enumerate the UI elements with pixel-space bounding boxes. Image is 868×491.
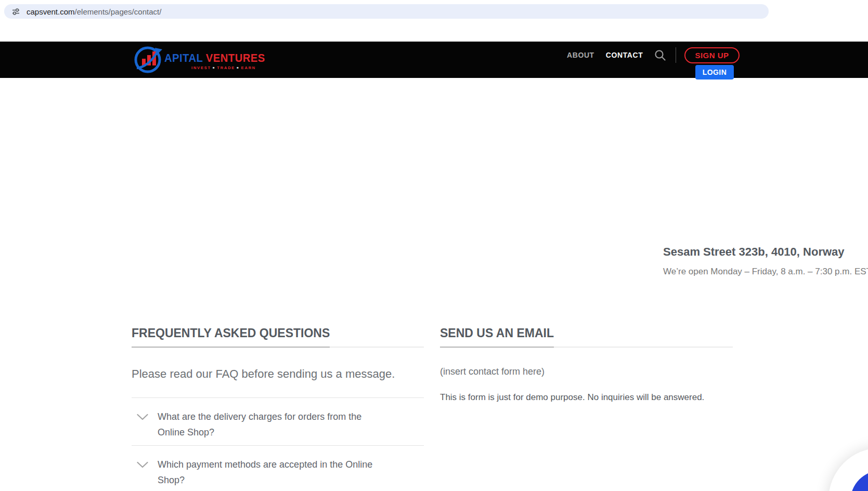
logo-chart-icon (133, 45, 163, 77)
email-title: SEND US AN EMAIL (440, 326, 554, 348)
tagline-word: EARN (241, 65, 256, 70)
faq-item[interactable]: Which payment methods are accepted in th… (132, 445, 424, 491)
nav-link-contact[interactable]: CONTACT (606, 51, 643, 59)
tagline-word: INVEST (191, 65, 211, 70)
logo-name-part1: APITAL (164, 51, 203, 64)
email-section-head: SEND US AN EMAIL (440, 326, 733, 348)
contact-form-placeholder: (insert contact form here) (440, 364, 733, 379)
search-icon[interactable] (654, 49, 666, 61)
email-section: SEND US AN EMAIL (insert contact form he… (440, 326, 733, 405)
faq-item[interactable]: What are the delivery charges for orders… (132, 397, 424, 445)
logo-wordmark: APITALVENTURES (164, 51, 265, 65)
chevron-down-icon (137, 413, 148, 422)
tagline-word: TRADE (217, 65, 235, 70)
login-button[interactable]: LOGIN (695, 65, 734, 79)
main-nav: ABOUT CONTACT SIGN UP (567, 45, 740, 65)
demo-note: This is form is just for demo purpose. N… (440, 390, 733, 405)
page: capsvent.com/elements/pages/contact/ API… (0, 0, 868, 491)
logo-name-part2: VENTURES (206, 51, 265, 64)
signup-button[interactable]: SIGN UP (684, 47, 739, 63)
tagline-separator-icon: ■ (237, 66, 239, 69)
url-domain: capsvent.com (27, 7, 75, 16)
faq-question: What are the delivery charges for orders… (158, 409, 376, 440)
tagline-separator-icon: ■ (213, 66, 215, 69)
contact-address: Sesam Street 323b, 4010, Norway (663, 244, 868, 260)
logo-text: APITALVENTURES INVEST■TRADE■EARN (164, 51, 274, 70)
contact-info: Sesam Street 323b, 4010, Norway We’re op… (663, 244, 868, 277)
faq-question: Which payment methods are accepted in th… (158, 457, 376, 488)
faq-section-head: FREQUENTLY ASKED QUESTIONS (132, 326, 424, 348)
site-settings-icon[interactable] (11, 7, 20, 16)
browser-url-bar[interactable]: capsvent.com/elements/pages/contact/ (4, 4, 769, 19)
nav-divider (676, 47, 676, 63)
url-path: /elements/pages/contact/ (75, 7, 162, 16)
nav-link-about[interactable]: ABOUT (567, 51, 594, 59)
faq-intro: Please read our FAQ before sending us a … (132, 366, 424, 382)
logo-tagline: INVEST■TRADE■EARN (191, 65, 274, 70)
logo[interactable]: APITALVENTURES INVEST■TRADE■EARN (133, 45, 274, 77)
faq-section: FREQUENTLY ASKED QUESTIONS Please read o… (132, 326, 424, 491)
contact-hours: We’re open Monday – Friday, 8 a.m. – 7:3… (663, 267, 868, 277)
url-text[interactable]: capsvent.com/elements/pages/contact/ (27, 7, 161, 16)
chevron-down-icon (137, 461, 148, 470)
site-header: APITALVENTURES INVEST■TRADE■EARN ABOUT C… (0, 42, 868, 78)
faq-title: FREQUENTLY ASKED QUESTIONS (132, 326, 330, 348)
